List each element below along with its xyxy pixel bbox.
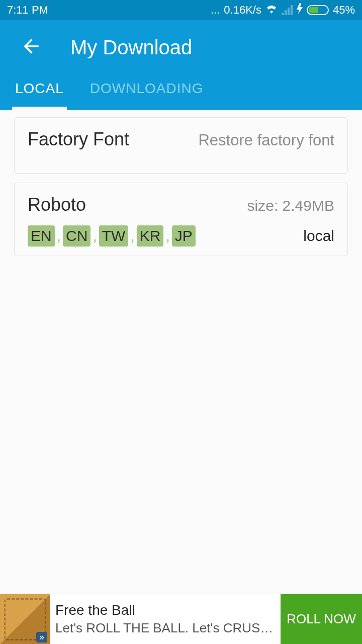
wifi-icon <box>265 4 278 17</box>
language-tags: EN, CN, TW, KR, JP <box>28 225 196 247</box>
tag-en: EN <box>28 225 55 247</box>
status-right: ... 0.16K/s 45% <box>211 3 355 17</box>
factory-font-title: Factory Font <box>28 129 129 150</box>
roboto-tags-row: EN, CN, TW, KR, JP local <box>28 225 334 247</box>
tag-jp: JP <box>172 225 196 247</box>
tag-kr: KR <box>137 225 164 247</box>
ad-text: Free the Ball Let's ROLL THE BALL. Let's… <box>50 599 281 639</box>
roboto-status: local <box>303 227 334 245</box>
status-speed: 0.16K/s <box>224 4 261 17</box>
tab-bar: LOCAL DOWNLOADING <box>0 73 362 110</box>
app-bar: My Download LOCAL DOWNLOADING <box>0 20 362 110</box>
ad-title: Free the Ball <box>55 602 276 618</box>
battery-icon <box>307 5 329 15</box>
ad-banner[interactable]: Free the Ball Let's ROLL THE BALL. Let's… <box>0 594 362 644</box>
tag-cn: CN <box>63 225 90 247</box>
status-bar: 7:11 PM ... 0.16K/s 45% <box>0 0 362 20</box>
tag-tw: TW <box>99 225 129 247</box>
content-area: Factory Font Restore factory font Roboto… <box>0 110 362 272</box>
tag-separator: , <box>165 227 169 245</box>
battery-percent: 45% <box>333 4 355 17</box>
tag-separator: , <box>130 227 134 245</box>
ad-cta-button[interactable]: ROLL NOW <box>281 594 362 645</box>
signal-icon <box>282 5 293 15</box>
tab-local[interactable]: LOCAL <box>12 73 67 110</box>
status-time: 7:11 PM <box>7 4 48 17</box>
tag-separator: , <box>93 227 97 245</box>
restore-factory-font-label: Restore factory font <box>198 131 334 149</box>
ad-subtitle: Let's ROLL THE BALL. Let's CRUSH T… <box>55 620 276 636</box>
factory-font-card[interactable]: Factory Font Restore factory font <box>14 117 348 174</box>
page-title: My Download <box>70 36 192 59</box>
charging-icon <box>297 3 303 17</box>
back-arrow-icon[interactable] <box>20 35 42 59</box>
ad-app-icon <box>0 594 50 645</box>
roboto-title: Roboto <box>28 194 86 215</box>
roboto-card[interactable]: Roboto size: 2.49MB EN, CN, TW, KR, JP l… <box>14 183 348 256</box>
status-dots: ... <box>211 4 220 17</box>
tag-separator: , <box>57 227 61 245</box>
tab-downloading[interactable]: DOWNLOADING <box>87 73 207 110</box>
card-header: Roboto size: 2.49MB <box>28 194 334 215</box>
roboto-size: size: 2.49MB <box>247 197 334 214</box>
title-bar: My Download <box>0 20 362 73</box>
card-header: Factory Font Restore factory font <box>28 129 334 150</box>
